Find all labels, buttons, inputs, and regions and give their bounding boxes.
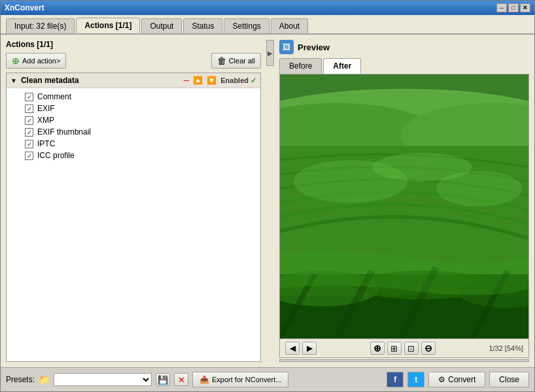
xmp-label: XMP xyxy=(37,116,54,125)
action-items: ✓ Comment ✓ EXIF ✓ XMP ✓ EXIF thumbnail xyxy=(7,88,260,164)
preview-title: Preview xyxy=(298,42,330,52)
tab-output[interactable]: Output xyxy=(141,18,182,33)
preview-header: 🖼 Preview xyxy=(279,40,529,54)
zoom-out-button[interactable]: ⊖ xyxy=(421,342,436,355)
iptc-label: IPTC xyxy=(37,139,55,148)
tab-input[interactable]: Input: 32 file(s) xyxy=(6,18,75,33)
preview-tabs: Before After xyxy=(279,58,529,74)
exif-checkbox[interactable]: ✓ xyxy=(25,105,33,113)
title-bar: XnConvert ─ □ ✕ xyxy=(1,1,534,15)
preview-image xyxy=(280,74,528,338)
tab-about[interactable]: About xyxy=(271,18,308,33)
tab-settings[interactable]: Settings xyxy=(224,18,269,33)
svg-point-7 xyxy=(372,153,472,182)
move-down-icon[interactable]: 🔽 xyxy=(207,76,216,85)
delete-action-icon[interactable]: ─ xyxy=(184,76,190,85)
left-panel: Actions [1/1] ⊕ Add action> 🗑 Clear all … xyxy=(6,40,261,362)
clear-all-button[interactable]: 🗑 Clear all xyxy=(211,53,261,69)
move-up-icon[interactable]: 🔼 xyxy=(193,76,203,85)
icc-profile-checkbox[interactable]: ✓ xyxy=(25,152,33,160)
convert-icon: ⚙ xyxy=(438,375,445,384)
fit-button[interactable]: ⊞ xyxy=(387,342,402,355)
panel-expand-handle[interactable]: ▶ xyxy=(266,40,274,66)
export-button[interactable]: 📤 Export for NConvert... xyxy=(192,372,288,387)
bottom-right: f t ⚙ Convert Close xyxy=(387,372,529,387)
progress-bar xyxy=(279,359,529,362)
facebook-button[interactable]: f xyxy=(387,372,404,387)
action-item: ✓ ICC profile xyxy=(12,150,255,161)
action-group-label: Clean metadata xyxy=(21,76,180,85)
add-icon: ⊕ xyxy=(12,56,20,66)
clear-icon: 🗑 xyxy=(217,56,226,66)
prev-image-button[interactable]: ◀ xyxy=(285,342,300,355)
icc-profile-label: ICC profile xyxy=(37,151,75,160)
zoom-in-button[interactable]: ⊕ xyxy=(370,342,385,355)
main-content: Actions [1/1] ⊕ Add action> 🗑 Clear all … xyxy=(1,35,534,367)
panel-title: Actions [1/1] xyxy=(6,40,261,49)
exif-label: EXIF xyxy=(37,104,55,113)
preview-zoom-controls: ⊕ ⊞ ⊡ ⊖ xyxy=(370,342,436,355)
action-item: ✓ EXIF xyxy=(12,103,255,114)
action-item: ✓ IPTC xyxy=(12,138,255,150)
exif-thumbnail-checkbox[interactable]: ✓ xyxy=(25,128,33,137)
tab-bar: Input: 32 file(s) Actions [1/1] Output S… xyxy=(1,15,534,35)
maximize-button[interactable]: □ xyxy=(508,3,519,12)
preview-image-container xyxy=(279,74,529,339)
main-window: XnConvert ─ □ ✕ Input: 32 file(s) Action… xyxy=(0,0,535,392)
page-info: 1/32 [54%] xyxy=(489,344,523,352)
comment-label: Comment xyxy=(37,92,71,101)
delete-preset-button[interactable]: ✕ xyxy=(174,373,188,386)
folder-icon: 📁 xyxy=(39,374,50,385)
preview-tab-after[interactable]: After xyxy=(323,58,361,74)
preview-controls: ◀ ▶ ⊕ ⊞ ⊡ ⊖ 1/32 [54%] xyxy=(279,339,529,358)
enabled-label: Enabled xyxy=(220,76,249,84)
action-item: ✓ XMP xyxy=(12,114,255,126)
bottom-bar: Presets: 📁 💾 ✕ 📤 Export for NConvert... … xyxy=(1,367,534,391)
action-item: ✓ EXIF thumbnail xyxy=(12,126,255,138)
comment-checkbox[interactable]: ✓ xyxy=(25,93,33,101)
twitter-button[interactable]: t xyxy=(407,372,424,387)
next-image-button[interactable]: ▶ xyxy=(302,342,317,355)
close-button[interactable]: ✕ xyxy=(520,3,530,12)
presets-label: Presets: xyxy=(6,375,35,384)
window-controls: ─ □ ✕ xyxy=(496,3,530,12)
presets-select[interactable] xyxy=(54,373,152,386)
zoom-reset-button[interactable]: ⊡ xyxy=(404,342,419,355)
actions-list: ▼ Clean metadata ─ 🔼 🔽 Enabled ✓ ✓ Comme… xyxy=(6,73,261,362)
minimize-button[interactable]: ─ xyxy=(496,3,507,12)
xmp-checkbox[interactable]: ✓ xyxy=(25,116,33,125)
action-item: ✓ Comment xyxy=(12,91,255,103)
window-title: XnConvert xyxy=(5,3,44,12)
tab-status[interactable]: Status xyxy=(183,18,222,33)
iptc-checkbox[interactable]: ✓ xyxy=(25,140,33,148)
save-preset-button[interactable]: 💾 xyxy=(156,373,170,386)
exif-thumbnail-label: EXIF thumbnail xyxy=(37,127,91,137)
action-toolbar: ⊕ Add action> 🗑 Clear all xyxy=(6,53,261,69)
preview-navigation: ◀ ▶ xyxy=(285,342,317,355)
convert-button[interactable]: ⚙ Convert xyxy=(428,372,485,387)
add-action-button[interactable]: ⊕ Add action> xyxy=(6,53,66,69)
enabled-checkmark-icon[interactable]: ✓ xyxy=(250,76,256,85)
right-panel: 🖼 Preview Before After xyxy=(279,40,529,362)
tab-actions[interactable]: Actions [1/1] xyxy=(76,18,140,33)
preview-icon: 🖼 xyxy=(279,40,294,54)
action-group-header[interactable]: ▼ Clean metadata ─ 🔼 🔽 Enabled ✓ xyxy=(7,73,260,88)
collapse-arrow-icon[interactable]: ▼ xyxy=(10,77,17,84)
export-icon: 📤 xyxy=(199,375,209,384)
preview-tab-before[interactable]: Before xyxy=(279,58,322,74)
enabled-badge: Enabled ✓ xyxy=(220,76,256,85)
close-window-button[interactable]: Close xyxy=(489,372,529,387)
